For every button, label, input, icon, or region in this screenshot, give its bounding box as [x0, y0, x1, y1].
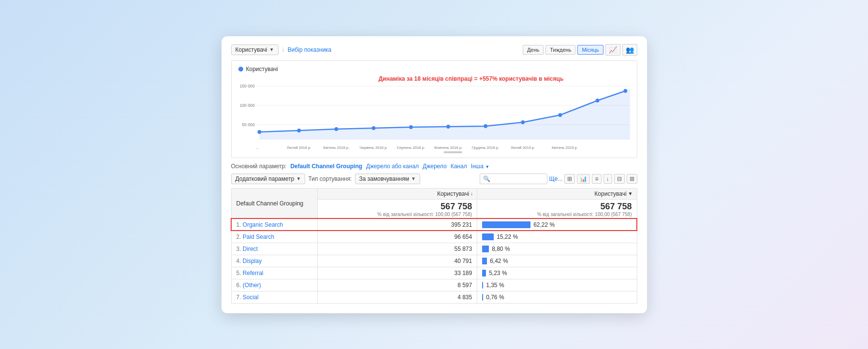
channel-link[interactable]: Канал — [451, 163, 467, 170]
analytics-window: Користувачі ▼ і Вибір показника День Тиж… — [221, 36, 647, 313]
svg-point-15 — [521, 120, 525, 124]
search-input[interactable] — [492, 176, 545, 182]
table-body: 1. Organic Search395 231 62,22 % 2. Paid… — [231, 218, 637, 303]
svg-point-17 — [595, 99, 599, 102]
bar-container: 1,35 % — [482, 282, 632, 289]
metric-selector[interactable]: Користувачі ▼ — [231, 44, 279, 55]
other-link-arrow: ▼ — [485, 164, 489, 169]
sort-desc-button[interactable]: ↓ — [603, 174, 612, 184]
channel-link[interactable]: (Other) — [243, 282, 261, 289]
svg-point-18 — [623, 89, 627, 93]
svg-text:...: ... — [255, 145, 258, 149]
table-toolbar: Додатковий параметр ▼ Тип сортування: За… — [231, 174, 637, 184]
channel-link[interactable]: Referral — [243, 270, 264, 276]
bar-cell: 5,23 % — [477, 267, 637, 279]
col1-header: Default Channel Grouping — [231, 188, 317, 218]
top-toolbar: Користувачі ▼ і Вибір показника День Тиж… — [231, 44, 637, 56]
row-number: 7. — [236, 294, 241, 301]
search-box[interactable]: 🔍 — [480, 174, 547, 184]
compare-icon-button[interactable]: 👥 — [622, 44, 637, 56]
svg-point-16 — [558, 113, 562, 117]
col2-dropdown-btn[interactable]: Користувачі ↓ — [437, 190, 473, 197]
svg-text:Грудень 2018 р.: Грудень 2018 р. — [471, 145, 499, 149]
source-channel-link[interactable]: Джерело або канал — [366, 163, 419, 170]
period-month-button[interactable]: Місяць — [577, 45, 603, 55]
col1-dropdown: Default Channel Grouping — [236, 200, 312, 207]
bar-cell: 8,80 % — [477, 243, 637, 255]
channel-link[interactable]: Display — [243, 258, 262, 264]
source-link[interactable]: Джерело — [423, 163, 447, 170]
col3-total: 567 758 — [482, 202, 632, 212]
bar-cell: 6,42 % — [477, 255, 637, 267]
bar — [482, 233, 494, 240]
col3-dropdown-btn[interactable]: Користувачі ▼ — [594, 190, 633, 197]
col3-sort-icon: ▼ — [628, 191, 633, 196]
table-row: 4. Display40 791 6,42 % — [231, 255, 637, 267]
col2-header-cell: Користувачі ↓ 567 758 % від загальної кі… — [317, 188, 477, 218]
channel-cell: 4. Display — [231, 255, 317, 267]
col2-label: Користувачі — [437, 190, 469, 197]
search-icon: 🔍 — [483, 175, 490, 182]
row-number: 4. — [236, 258, 241, 264]
bar-container: 0,76 % — [482, 294, 632, 301]
channel-cell: 3. Direct — [231, 243, 317, 255]
table-row: 5. Referral33 189 5,23 % — [231, 267, 637, 279]
bar-container: 62,22 % — [482, 221, 632, 228]
bar — [482, 258, 487, 264]
svg-point-14 — [484, 124, 487, 128]
legend-label: Користувачі — [246, 66, 278, 73]
channel-cell: 1. Organic Search — [231, 218, 317, 231]
channel-link[interactable]: Social — [243, 294, 259, 301]
line-chart-icon-button[interactable]: 📈 — [605, 44, 620, 56]
percent-text: 6,42 % — [490, 258, 508, 264]
legend-dot — [238, 67, 243, 72]
svg-point-8 — [257, 130, 261, 134]
svg-text:Червень 2018 р.: Червень 2018 р. — [359, 145, 387, 149]
svg-rect-28 — [443, 151, 462, 153]
percent-text: 0,76 % — [486, 294, 504, 301]
period-week-button[interactable]: Тиждень — [545, 45, 575, 55]
svg-point-9 — [297, 129, 301, 132]
settings-button[interactable]: ⊞ — [627, 174, 637, 184]
svg-text:Серпень 2018 р.: Серпень 2018 р. — [397, 145, 425, 149]
bar — [482, 294, 483, 301]
svg-text:Лютий 2018 р.: Лютий 2018 р. — [287, 145, 311, 149]
channel-cell: 2. Paid Search — [231, 231, 317, 243]
value-cell: 8 597 — [317, 279, 477, 291]
table-toolbar-left: Додатковий параметр ▼ Тип сортування: За… — [231, 174, 420, 184]
add-param-button[interactable]: Додатковий параметр ▼ — [231, 174, 306, 184]
filter-button[interactable]: ≡ — [592, 174, 601, 184]
sort-value-label: За замовчуванням — [359, 175, 409, 182]
channel-cell: 7. Social — [231, 291, 317, 303]
channel-link[interactable]: Direct — [243, 246, 258, 252]
percent-text: 62,22 % — [533, 221, 555, 228]
period-day-button[interactable]: День — [523, 45, 544, 55]
row-number: 3. — [236, 246, 241, 252]
bar — [482, 270, 486, 276]
chart-area: Користувачі Динаміка за 18 місяців співп… — [231, 60, 637, 158]
toolbar-right: День Тиждень Місяць 📈 👥 — [523, 44, 637, 56]
channel-link[interactable]: Paid Search — [243, 233, 274, 240]
more-link[interactable]: Ще... — [549, 175, 563, 182]
secondary-toolbar: Основний параметр: Default Channel Group… — [231, 163, 637, 170]
columns-button[interactable]: ⊟ — [614, 174, 625, 184]
grid-view-button[interactable]: ⊞ — [564, 174, 575, 184]
channel-cell: 6. (Other) — [231, 279, 317, 291]
bar-chart-button[interactable]: 📊 — [577, 174, 590, 184]
other-link[interactable]: Інша ▼ — [471, 163, 490, 170]
col3-header-cell: Користувачі ▼ 567 758 % від загальної кі… — [477, 188, 637, 218]
bar-cell: 15,22 % — [477, 231, 637, 243]
value-cell: 55 873 — [317, 243, 477, 255]
svg-point-10 — [334, 127, 338, 131]
sort-arrow-icon: ▼ — [411, 176, 416, 181]
sort-selector[interactable]: За замовчуванням ▼ — [355, 174, 420, 184]
percent-text: 8,80 % — [492, 246, 510, 252]
chart-svg-container: 150 000 100 000 50 000 — [238, 76, 630, 154]
channel-link[interactable]: Organic Search — [243, 221, 283, 228]
col1-label: Default Channel Grouping — [236, 200, 304, 207]
add-metric-link[interactable]: Вибір показника — [288, 46, 332, 53]
bar-container: 8,80 % — [482, 246, 632, 252]
active-param-link[interactable]: Default Channel Grouping — [290, 163, 362, 170]
bar — [482, 221, 530, 228]
param-label: Основний параметр: — [231, 163, 287, 170]
